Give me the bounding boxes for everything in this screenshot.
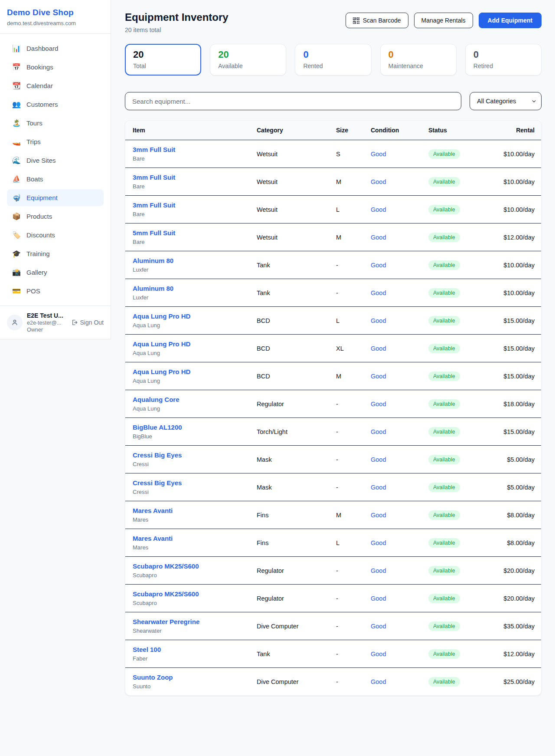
item-name-link[interactable]: Aqua Lung Pro HD (133, 340, 250, 348)
item-brand: BigBlue (133, 433, 250, 440)
item-condition-link[interactable]: Good (371, 401, 386, 408)
item-condition-link[interactable]: Good (371, 678, 386, 685)
item-condition-link[interactable]: Good (371, 178, 386, 185)
col-category: Category (253, 121, 333, 140)
sidebar-item-label: Dashboard (26, 45, 58, 52)
item-condition-link[interactable]: Good (371, 484, 386, 491)
sidebar-item-products[interactable]: 📦 Products (7, 208, 104, 225)
category-select[interactable]: All Categories (470, 92, 542, 110)
sign-out-button[interactable]: Sign Out (71, 319, 104, 326)
stat-label: Available (218, 62, 278, 69)
sidebar-item-customers[interactable]: 👥 Customers (7, 96, 104, 113)
search-input[interactable] (125, 92, 461, 110)
item-rental: $10.00/day (496, 168, 541, 196)
item-name-link[interactable]: Aluminum 80 (133, 285, 250, 292)
stats-row: 20 Total 20 Available 0 Rented 0 Mainten… (125, 44, 542, 76)
stat-label: Total (133, 62, 193, 69)
manage-rentals-button[interactable]: Manage Rentals (414, 13, 473, 28)
item-name-link[interactable]: Steel 100 (133, 646, 250, 653)
item-condition-link[interactable]: Good (371, 289, 386, 296)
status-badge: Available (428, 538, 460, 548)
nav-icon: 💳 (12, 287, 21, 295)
item-category: Dive Computer (253, 612, 333, 640)
item-size: S (333, 140, 367, 168)
sidebar-item-discounts[interactable]: 🏷️ Discounts (7, 227, 104, 243)
sidebar-item-label: POS (26, 287, 40, 295)
item-condition-link[interactable]: Good (371, 234, 386, 241)
item-condition-link[interactable]: Good (371, 345, 386, 352)
item-name-link[interactable]: Mares Avanti (133, 507, 250, 514)
category-select-wrap: All Categories (470, 92, 542, 110)
item-category: Tank (253, 279, 333, 307)
item-name-link[interactable]: 3mm Full Suit (133, 174, 250, 181)
item-condition-link[interactable]: Good (371, 206, 386, 213)
item-name-link[interactable]: BigBlue AL1200 (133, 424, 250, 431)
item-name-link[interactable]: Suunto Zoop (133, 674, 250, 681)
item-condition-link[interactable]: Good (371, 373, 386, 380)
sidebar-item-dashboard[interactable]: 📊 Dashboard (7, 40, 104, 57)
sidebar-item-calendar[interactable]: 📆 Calendar (7, 77, 104, 94)
item-name-link[interactable]: 3mm Full Suit (133, 201, 250, 209)
item-rental: $15.00/day (496, 418, 541, 446)
stat-card-retired[interactable]: 0 Retired (465, 44, 542, 76)
user-footer: E2E Test U... e2e-tester@... Owner Sign … (0, 306, 111, 339)
nav-icon: ⛵ (12, 175, 21, 183)
item-name-link[interactable]: Scubapro MK25/S600 (133, 590, 250, 598)
item-name-link[interactable]: Cressi Big Eyes (133, 479, 250, 486)
item-condition-link[interactable]: Good (371, 262, 386, 269)
item-condition-link[interactable]: Good (371, 151, 386, 158)
item-condition-link[interactable]: Good (371, 428, 386, 435)
item-condition-link[interactable]: Good (371, 651, 386, 657)
table-row: Mares Avanti Mares Fins L Good Available… (125, 529, 541, 557)
status-badge: Available (428, 260, 460, 270)
item-name-link[interactable]: Shearwater Peregrine (133, 618, 250, 625)
item-rental: $20.00/day (496, 557, 541, 585)
sidebar-item-dive-sites[interactable]: 🌊 Dive Sites (7, 152, 104, 169)
equipment-table: Item Category Size Condition Status Rent… (125, 121, 541, 695)
item-category: Fins (253, 501, 333, 529)
stat-card-maintenance[interactable]: 0 Maintenance (380, 44, 457, 76)
item-name-link[interactable]: Aluminum 80 (133, 257, 250, 264)
item-name-link[interactable]: Aqua Lung Pro HD (133, 312, 250, 320)
nav-icon: 👥 (12, 100, 21, 108)
sidebar-item-label: Tours (26, 119, 42, 127)
item-condition-link[interactable]: Good (371, 317, 386, 324)
stat-card-total[interactable]: 20 Total (125, 44, 201, 76)
item-condition-link[interactable]: Good (371, 456, 386, 463)
item-condition-link[interactable]: Good (371, 512, 386, 519)
sidebar-item-bookings[interactable]: 📅 Bookings (7, 59, 104, 76)
sidebar-item-training[interactable]: 🎓 Training (7, 245, 104, 262)
scan-barcode-button[interactable]: Scan Barcode (346, 13, 408, 28)
status-badge: Available (428, 316, 460, 325)
item-name-link[interactable]: 3mm Full Suit (133, 146, 250, 153)
sidebar-item-equipment[interactable]: 🤿 Equipment (7, 189, 104, 206)
stat-card-available[interactable]: 20 Available (210, 44, 286, 76)
stat-value: 0 (473, 49, 533, 60)
item-name-link[interactable]: Aqua Lung Pro HD (133, 368, 250, 375)
item-condition-link[interactable]: Good (371, 623, 386, 630)
item-condition-link[interactable]: Good (371, 595, 386, 602)
item-name-link[interactable]: Mares Avanti (133, 535, 250, 542)
stat-card-rented[interactable]: 0 Rented (295, 44, 371, 76)
item-name-link[interactable]: Aqualung Core (133, 396, 250, 403)
item-size: M (333, 501, 367, 529)
add-equipment-button[interactable]: Add Equipment (479, 13, 542, 28)
user-name: E2E Test U... (27, 312, 63, 319)
item-rental: $15.00/day (496, 362, 541, 390)
item-name-link[interactable]: Scubapro MK25/S600 (133, 562, 250, 570)
item-condition-link[interactable]: Good (371, 539, 386, 546)
item-rental: $10.00/day (496, 279, 541, 307)
stat-label: Rented (303, 62, 363, 69)
sidebar-item-pos[interactable]: 💳 POS (7, 283, 104, 299)
sidebar-item-gallery[interactable]: 📸 Gallery (7, 264, 104, 281)
table-row: Mares Avanti Mares Fins M Good Available… (125, 501, 541, 529)
sidebar-item-boats[interactable]: ⛵ Boats (7, 171, 104, 187)
item-condition-link[interactable]: Good (371, 567, 386, 574)
sidebar-item-trips[interactable]: 🚤 Trips (7, 133, 104, 150)
sidebar-item-tours[interactable]: 🏝️ Tours (7, 115, 104, 131)
item-size: - (333, 418, 367, 446)
item-brand: Bare (133, 183, 250, 190)
item-size: L (333, 307, 367, 335)
item-name-link[interactable]: Cressi Big Eyes (133, 451, 250, 459)
item-name-link[interactable]: 5mm Full Suit (133, 229, 250, 237)
